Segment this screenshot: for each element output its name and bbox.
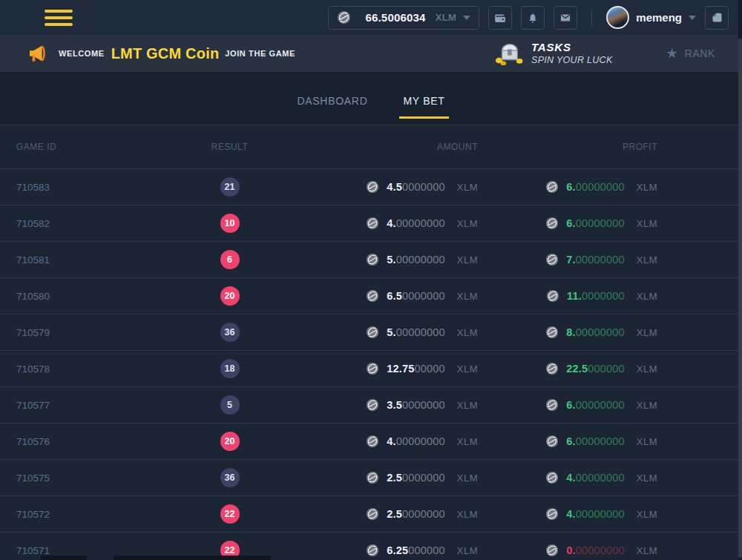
game-id: 710582 (16, 218, 50, 229)
amount-cell: 2.50000000 XLM (272, 471, 478, 484)
user-menu[interactable]: memeng (606, 6, 696, 29)
amount-cell: 6.50000000 XLM (272, 289, 478, 303)
profit-value: 6.00000000 (566, 181, 625, 193)
bottom-edge-decoration (0, 556, 742, 560)
profit-value: 11.0000000 (567, 290, 625, 302)
welcome-banner: WELCOME LMT GCM Coin JOIN THE GAME TASKS… (0, 35, 742, 72)
currency-label: XLM (457, 218, 478, 229)
avatar (606, 6, 629, 29)
currency-label: XLM (457, 545, 478, 556)
result-badge: 5 (220, 395, 240, 415)
messages-button[interactable] (554, 6, 577, 30)
profit-cell: 6.00000000 XLM (478, 398, 657, 412)
currency-label: XLM (637, 472, 657, 484)
currency-label: XLM (637, 291, 657, 302)
amount-value: 5.00000000 (387, 254, 445, 266)
currency-label: XLM (457, 363, 478, 375)
profit-value: 22.5000000 (566, 363, 625, 375)
balance-currency: XLM (436, 12, 457, 23)
stellar-coin-icon (545, 362, 559, 375)
profit-cell: 11.0000000 XLM (478, 289, 657, 303)
currency-label: XLM (457, 509, 478, 520)
result-badge: 18 (220, 359, 240, 378)
currency-label: XLM (457, 254, 478, 266)
game-id: 710576 (16, 436, 50, 447)
table-row[interactable]: 710581 6 5.00000000 XLM 7.00000000 XLM (0, 242, 742, 278)
topbar-divider (591, 9, 592, 27)
result-badge: 36 (220, 323, 240, 342)
profit-cell: 6.00000000 XLM (478, 180, 657, 194)
game-id: 710575 (16, 472, 50, 484)
amount-value: 4.00000000 (387, 435, 445, 447)
table-row[interactable]: 710583 21 4.50000000 XLM 6.00000000 XLM (0, 169, 742, 205)
profit-cell: 6.00000000 XLM (478, 435, 657, 448)
stellar-coin-icon (545, 180, 559, 194)
amount-value: 4.50000000 (387, 181, 445, 193)
tab-my-bet[interactable]: MY BET (399, 95, 448, 119)
scrollbar-thumb[interactable] (738, 39, 742, 558)
game-id: 710581 (16, 254, 50, 266)
stellar-coin-icon (545, 471, 559, 484)
rank-link[interactable]: ★ RANK (666, 45, 715, 62)
chat-button[interactable] (705, 6, 729, 30)
header-profit: PROFIT (478, 142, 657, 152)
amount-value: 2.50000000 (387, 508, 445, 520)
profit-value: 4.00000000 (566, 508, 625, 520)
table-row[interactable]: 710575 36 2.50000000 XLM 4.00000000 XLM (0, 460, 742, 496)
page-scrollbar[interactable] (738, 0, 742, 560)
tasks-link[interactable]: TASKS SPIN YOUR LUCK (493, 40, 613, 67)
game-id: 710578 (16, 363, 50, 375)
table-row[interactable]: 710576 20 4.00000000 XLM 6.00000000 XLM (0, 424, 742, 460)
currency-label: XLM (457, 472, 478, 484)
balance-value: 66.5006034 (365, 11, 425, 24)
table-row[interactable]: 710572 22 2.50000000 XLM 4.00000000 XLM (0, 496, 742, 533)
wallet-button[interactable] (488, 6, 512, 30)
profit-cell: 22.5000000 XLM (478, 362, 657, 375)
table-row[interactable]: 710580 20 6.50000000 XLM 11.0000000 XLM (0, 278, 742, 314)
tab-dashboard[interactable]: DASHBOARD (293, 95, 371, 119)
table-row[interactable]: 710577 5 3.50000000 XLM 6.00000000 XLM (0, 387, 742, 424)
tasks-title: TASKS (531, 41, 613, 55)
balance-selector[interactable]: 66.5006034 XLM (328, 6, 479, 30)
table-row[interactable]: 710579 36 5.00000000 XLM 8.00000000 XLM (0, 314, 742, 351)
table-row[interactable]: 710582 10 4.00000000 XLM 6.00000000 XLM (0, 205, 742, 242)
game-id: 710571 (16, 545, 50, 556)
header-result: RESULT (187, 142, 272, 152)
amount-cell: 4.00000000 XLM (272, 217, 478, 230)
table-header: GAME ID RESULT AMOUNT PROFIT (0, 125, 742, 169)
stellar-coin-icon (366, 326, 379, 339)
menu-icon[interactable] (45, 10, 73, 26)
currency-label: XLM (637, 363, 657, 375)
currency-label: XLM (457, 291, 478, 302)
amount-value: 3.50000000 (387, 399, 445, 411)
currency-label: XLM (637, 254, 657, 266)
stellar-coin-icon (366, 398, 379, 412)
profit-value: 6.00000000 (566, 217, 625, 229)
profit-cell: 7.00000000 XLM (478, 253, 657, 266)
result-badge: 6 (220, 250, 240, 269)
megaphone-icon (27, 42, 49, 65)
game-id: 710583 (16, 182, 50, 193)
stellar-coin-icon (366, 471, 379, 484)
tasks-subtitle: SPIN YOUR LUCK (531, 55, 613, 67)
top-bar: 66.5006034 XLM memeng (0, 0, 742, 35)
amount-value: 6.25000000 (387, 544, 445, 556)
amount-value: 6.50000000 (387, 290, 445, 302)
stellar-coin-icon (366, 217, 379, 230)
bet-table: GAME ID RESULT AMOUNT PROFIT 710583 21 4… (0, 125, 742, 560)
header-amount: AMOUNT (272, 142, 478, 152)
amount-cell: 12.7500000 XLM (272, 362, 478, 375)
amount-value: 5.00000000 (387, 326, 445, 338)
game-id: 710579 (16, 327, 50, 338)
amount-cell: 2.50000000 XLM (272, 507, 478, 521)
game-id: 710572 (16, 509, 50, 520)
join-text: JOIN THE GAME (225, 49, 295, 58)
table-row[interactable]: 710578 18 12.7500000 XLM 22.5000000 XLM (0, 351, 742, 387)
currency-label: XLM (637, 400, 657, 411)
currency-label: XLM (457, 327, 478, 338)
star-icon: ★ (666, 45, 678, 62)
stellar-coin-icon (545, 507, 559, 521)
notifications-button[interactable] (521, 6, 545, 30)
brand-name: LMT GCM Coin (111, 45, 220, 62)
amount-value: 4.00000000 (387, 217, 445, 229)
